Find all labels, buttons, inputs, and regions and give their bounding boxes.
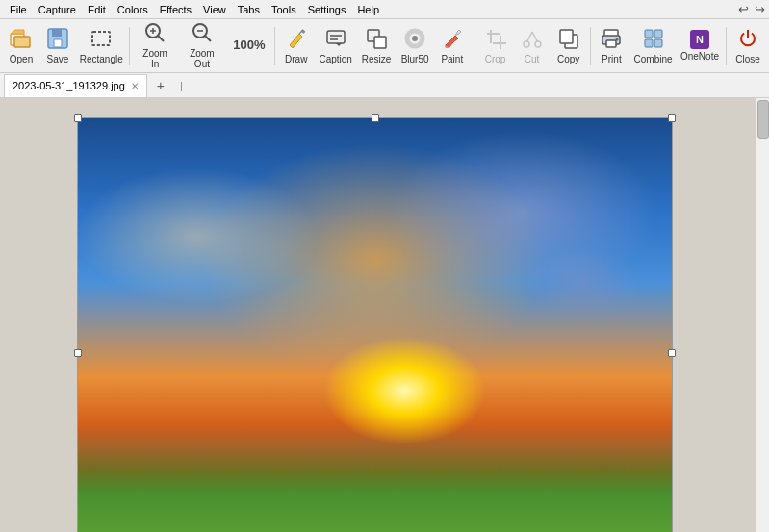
- crop-icon: [485, 28, 506, 52]
- cloud-overlay: [78, 118, 672, 532]
- handle-middle-left[interactable]: [74, 349, 82, 357]
- zoom-in-button[interactable]: Zoom In: [134, 22, 176, 70]
- undo-button[interactable]: ↩: [738, 2, 749, 16]
- svg-point-38: [616, 38, 619, 40]
- handle-top-left[interactable]: [74, 114, 82, 122]
- blur50-label: Blur50: [401, 54, 429, 64]
- svg-line-12: [204, 36, 211, 42]
- svg-rect-16: [327, 31, 345, 43]
- crop-button[interactable]: Crop: [478, 22, 513, 70]
- svg-point-29: [524, 41, 529, 47]
- onenote-icon: N: [690, 30, 709, 49]
- redo-button[interactable]: ↪: [755, 2, 765, 16]
- onenote-button[interactable]: N OneNote: [678, 22, 722, 70]
- cut-label: Cut: [525, 54, 540, 64]
- paint-label: Paint: [441, 54, 463, 64]
- menu-view[interactable]: View: [197, 2, 232, 17]
- handle-top-center[interactable]: [372, 114, 379, 122]
- menu-help[interactable]: Help: [351, 2, 385, 17]
- tab-path-hint: |: [180, 80, 183, 91]
- caption-button[interactable]: Caption: [316, 22, 356, 70]
- tab-close-icon[interactable]: ✕: [131, 81, 139, 91]
- save-icon: [47, 28, 68, 52]
- print-icon: [601, 28, 622, 52]
- blur50-icon: [404, 28, 425, 52]
- toolbar: Open Save Rectangle Zoom In Zoom Out 100…: [0, 19, 769, 73]
- vertical-scrollbar[interactable]: [756, 98, 769, 532]
- draw-button[interactable]: Draw: [279, 22, 314, 70]
- svg-rect-6: [92, 32, 110, 45]
- menu-bar: File Capture Edit Colors Effects View Ta…: [0, 0, 769, 19]
- copy-label: Copy: [557, 54, 579, 64]
- menu-file[interactable]: File: [4, 2, 33, 17]
- cut-icon: [522, 28, 543, 52]
- tab-label: 2023-05-31_191329.jpg: [13, 80, 125, 91]
- print-label: Print: [602, 54, 622, 64]
- combine-button[interactable]: Combine: [630, 22, 675, 70]
- menu-tabs[interactable]: Tabs: [232, 2, 266, 17]
- separator-2: [274, 27, 275, 65]
- open-button[interactable]: Open: [4, 22, 38, 70]
- zoom-out-label: Zoom Out: [185, 48, 219, 69]
- rectangle-icon: [90, 28, 112, 52]
- svg-rect-42: [654, 39, 662, 47]
- svg-point-30: [535, 41, 541, 47]
- svg-point-24: [445, 44, 450, 48]
- blur50-button[interactable]: Blur50: [397, 22, 432, 70]
- svg-rect-4: [52, 29, 62, 37]
- close-label: Close: [735, 54, 760, 64]
- power-icon: [737, 28, 758, 52]
- menu-settings[interactable]: Settings: [302, 2, 352, 17]
- svg-rect-41: [645, 39, 653, 47]
- separator-3: [474, 27, 474, 65]
- svg-rect-37: [606, 40, 616, 47]
- svg-rect-21: [374, 37, 386, 48]
- close-tool-button[interactable]: Close: [731, 22, 765, 70]
- separator-4: [590, 27, 591, 65]
- onenote-label: OneNote: [680, 51, 719, 62]
- zoom-out-button[interactable]: Zoom Out: [178, 22, 226, 70]
- svg-rect-34: [560, 30, 573, 43]
- svg-line-8: [158, 36, 165, 42]
- svg-point-23: [412, 36, 418, 41]
- resize-icon: [366, 28, 387, 52]
- paint-button[interactable]: Paint: [435, 22, 470, 70]
- menu-colors[interactable]: Colors: [112, 2, 154, 17]
- print-button[interactable]: Print: [594, 22, 628, 70]
- svg-rect-15: [300, 29, 305, 34]
- menu-edit[interactable]: Edit: [82, 2, 112, 17]
- image-container[interactable]: [77, 117, 673, 532]
- save-button[interactable]: Save: [40, 22, 75, 70]
- tab-bar: 2023-05-31_191329.jpg ✕ + |: [0, 73, 769, 98]
- copy-icon: [558, 28, 579, 52]
- zoom-out-icon: [192, 22, 213, 46]
- handle-middle-right[interactable]: [668, 349, 676, 357]
- resize-button[interactable]: Resize: [358, 22, 396, 70]
- svg-rect-2: [14, 37, 30, 47]
- menu-capture[interactable]: Capture: [33, 2, 82, 17]
- handle-top-right[interactable]: [668, 114, 676, 122]
- copy-button[interactable]: Copy: [551, 22, 586, 70]
- svg-line-32: [532, 32, 538, 42]
- tab-image[interactable]: 2023-05-31_191329.jpg ✕: [4, 74, 147, 97]
- resize-label: Resize: [362, 54, 392, 64]
- cut-button[interactable]: Cut: [515, 22, 550, 70]
- menu-effects[interactable]: Effects: [154, 2, 197, 17]
- image-display: [78, 118, 672, 532]
- svg-marker-1: [11, 30, 24, 34]
- rectangle-label: Rectangle: [80, 54, 123, 64]
- separator-1: [129, 27, 130, 65]
- canvas-area: [0, 98, 769, 532]
- rectangle-button[interactable]: Rectangle: [77, 22, 125, 70]
- paint-icon: [442, 28, 463, 52]
- scrollbar-thumb[interactable]: [757, 100, 769, 139]
- draw-label: Draw: [285, 54, 307, 64]
- svg-marker-19: [336, 43, 342, 46]
- zoom-in-icon: [144, 22, 166, 46]
- caption-icon: [325, 28, 346, 52]
- zoom-in-label: Zoom In: [141, 48, 169, 69]
- zoom-100-button[interactable]: 100%: [228, 22, 270, 70]
- svg-line-31: [526, 32, 532, 42]
- menu-tools[interactable]: Tools: [266, 2, 302, 17]
- new-tab-button[interactable]: +: [149, 77, 172, 94]
